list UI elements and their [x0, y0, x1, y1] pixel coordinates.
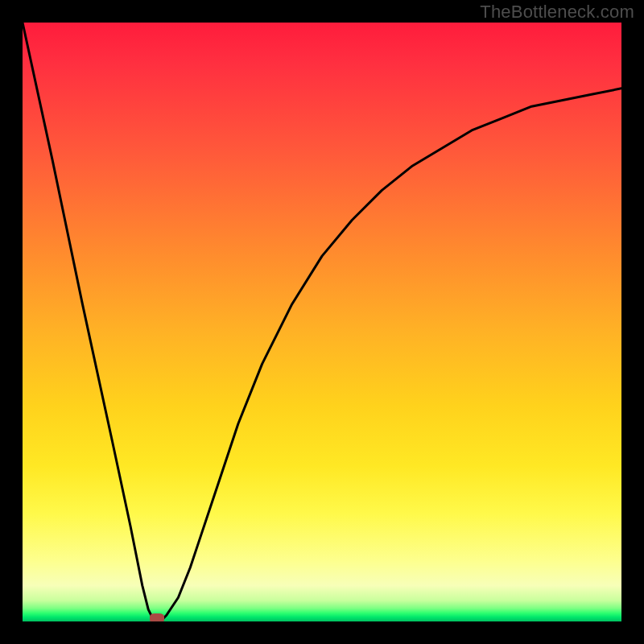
- chart-canvas: TheBottleneck.com: [0, 0, 644, 644]
- plot-area: [23, 23, 621, 621]
- attribution-text: TheBottleneck.com: [480, 2, 634, 23]
- optimum-marker: [150, 613, 164, 621]
- heat-gradient-background: [23, 23, 621, 621]
